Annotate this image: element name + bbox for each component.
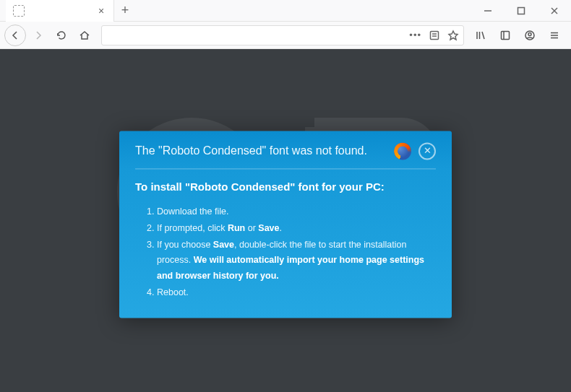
dialog-steps: Download the file. If prompted, click Ru… (135, 204, 436, 301)
account-icon (524, 30, 536, 41)
page-actions-icon[interactable]: ••• (409, 30, 421, 41)
svg-rect-11 (502, 31, 510, 39)
library-icon (475, 30, 486, 41)
new-tab-button[interactable]: + (114, 0, 136, 21)
close-window-button[interactable] (538, 0, 571, 21)
window-controls (471, 0, 571, 21)
step-item: If prompted, click Run or Save. (157, 221, 436, 236)
dialog-heading: To install "Roboto Condensed" font for y… (135, 180, 436, 193)
menu-button[interactable] (544, 25, 565, 46)
reload-button[interactable] (51, 25, 72, 46)
sidebar-button[interactable] (494, 25, 516, 46)
minimize-button[interactable] (471, 0, 505, 21)
library-button[interactable] (470, 25, 491, 46)
hamburger-icon (549, 30, 560, 41)
home-icon (79, 30, 90, 41)
firefox-logo-icon (394, 142, 411, 160)
url-input[interactable] (106, 30, 405, 40)
svg-point-14 (528, 32, 531, 35)
minimize-icon (482, 5, 494, 17)
dialog-close-button[interactable]: ✕ (418, 142, 436, 160)
dialog-title: The "Roboto Condensed" font was not foun… (135, 144, 387, 157)
nav-toolbar: ••• (0, 22, 571, 49)
reader-mode-icon[interactable] (429, 30, 440, 41)
tab-close-icon[interactable]: × (96, 6, 106, 16)
back-button[interactable] (4, 25, 26, 46)
titlebar: × + (0, 0, 571, 22)
back-icon (9, 30, 21, 41)
browser-tab[interactable]: × (6, 0, 114, 22)
maximize-icon (515, 5, 527, 17)
divider (135, 168, 436, 169)
home-button[interactable] (74, 25, 95, 46)
account-button[interactable] (519, 25, 541, 46)
page-content: The "Roboto Condensed" font was not foun… (0, 49, 571, 392)
browser-window: × + (0, 0, 571, 392)
step-item: Reboot. (157, 285, 436, 300)
svg-line-10 (482, 32, 484, 39)
reload-icon (56, 30, 67, 41)
close-icon (549, 5, 560, 17)
tab-favicon (13, 5, 25, 17)
maximize-button[interactable] (505, 0, 538, 21)
url-bar[interactable]: ••• (101, 25, 464, 45)
svg-marker-7 (449, 31, 458, 40)
bookmark-star-icon[interactable] (447, 30, 459, 41)
font-scam-dialog: The "Roboto Condensed" font was not foun… (119, 131, 452, 318)
step-item: If you choose Save, double-click the fil… (157, 238, 436, 284)
forward-icon (33, 30, 44, 41)
forward-button[interactable] (27, 25, 49, 46)
sidebar-icon (499, 30, 511, 41)
svg-rect-4 (431, 31, 439, 39)
step-item: Download the file. (157, 204, 436, 219)
svg-rect-1 (518, 7, 525, 14)
